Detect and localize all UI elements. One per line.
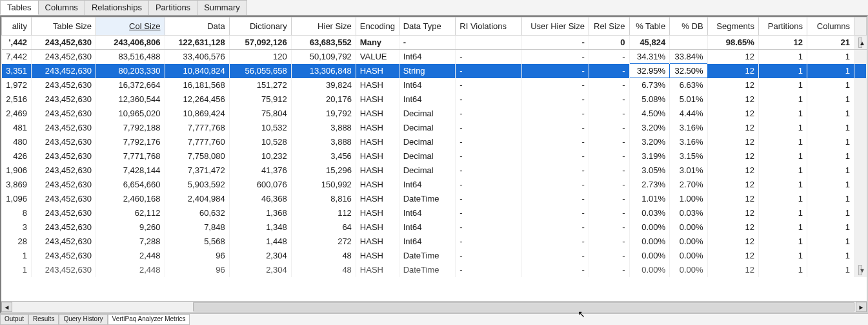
cell-rel_size: -	[589, 64, 629, 78]
hscroll-track[interactable]	[12, 302, 856, 312]
cell-segments: 12	[707, 50, 758, 64]
bottom-tab-results[interactable]: Results	[28, 314, 59, 325]
cell-encoding: HASH	[356, 220, 399, 235]
cell-partitions: 1	[758, 50, 807, 64]
cell-table_size: 243,452,630	[31, 149, 96, 163]
horizontal-scrollbar[interactable]: ◄ ►	[1, 301, 867, 312]
table-row[interactable]: 1,906243,452,6307,428,1447,371,47241,376…	[2, 163, 867, 178]
cell-partitions: 1	[758, 149, 807, 163]
column-header-table_size[interactable]: Table Size	[31, 17, 96, 36]
cell-user_hier_size: -	[521, 206, 589, 220]
column-header-ality[interactable]: ality	[2, 17, 32, 36]
column-header-ri_violations[interactable]: RI Violations	[456, 17, 521, 36]
column-header-pct_table[interactable]: % Table	[629, 17, 670, 36]
cell-ality: 1,972	[2, 78, 32, 92]
table-row[interactable]: 8243,452,63062,11260,6321,368112HASHInt6…	[2, 206, 867, 220]
top-tab-tables[interactable]: Tables	[0, 0, 39, 15]
column-header-encoding[interactable]: Encoding	[356, 17, 399, 36]
column-header-rel_size[interactable]: Rel Size	[589, 17, 629, 36]
cell-pct_table: 2.73%	[629, 178, 670, 192]
cell-encoding: HASH	[356, 92, 399, 107]
table-row[interactable]: 1,972243,452,63016,372,66416,181,568151,…	[2, 78, 867, 92]
table-row[interactable]: 481243,452,6307,792,1887,777,76810,5323,…	[2, 121, 867, 135]
cell-pct_db: 1.00%	[670, 192, 707, 206]
cell-encoding: HASH	[356, 192, 399, 206]
column-header-pct_db[interactable]: % DB	[670, 17, 707, 36]
top-tab-partitions[interactable]: Partitions	[148, 0, 197, 15]
table-row[interactable]: 1243,452,6302,448962,30448HASHDateTime--…	[2, 249, 867, 263]
cell-table_size: 243,452,630	[31, 121, 96, 135]
cell-partitions: 1	[758, 263, 807, 277]
table-row[interactable]: 2,516243,452,63012,360,54412,264,45675,9…	[2, 92, 867, 107]
scroll-up-arrow-icon[interactable]: ▲	[858, 37, 862, 48]
table-row[interactable]: 3,869243,452,6306,654,6605,903,592600,07…	[2, 178, 867, 192]
cell-ality: 28	[2, 235, 32, 249]
cell-segments: 12	[707, 249, 758, 263]
cell-dictionary: 120	[229, 50, 291, 64]
scroll-right-arrow-icon[interactable]: ►	[856, 302, 867, 312]
bottom-tab-query-history[interactable]: Query History	[59, 314, 107, 325]
table-row[interactable]: 1,096243,452,6302,460,1682,404,98446,368…	[2, 192, 867, 206]
cell-pct_table: 1.01%	[629, 192, 670, 206]
scroll-left-arrow-icon[interactable]: ◄	[1, 302, 12, 312]
table-row[interactable]: 3,351243,452,63080,203,33010,840,82456,0…	[2, 64, 867, 78]
cell-user_hier_size: -	[521, 107, 589, 121]
cell-pct_db: 0.00%	[670, 263, 707, 277]
table-row[interactable]: 480243,452,6307,792,1767,777,76010,5283,…	[2, 135, 867, 149]
cell-pct_db: 0.00%	[670, 249, 707, 263]
table-row[interactable]: ',442243,452,630243,406,806122,631,12857…	[2, 36, 867, 50]
column-header-partitions[interactable]: Partitions	[758, 17, 807, 36]
cell-data_type: String	[399, 64, 456, 78]
column-header-segments[interactable]: Segments	[707, 17, 758, 36]
cell-pct_table: 3.19%	[629, 149, 670, 163]
cell-data: 7,777,760	[165, 135, 229, 149]
cell-data: 10,869,424	[165, 107, 229, 121]
cell-columns_v: 1	[807, 50, 854, 64]
cell-encoding: HASH	[356, 263, 399, 277]
table-row[interactable]: 2,469243,452,63010,965,02010,869,42475,8…	[2, 107, 867, 121]
cell-data_type: DateTime	[399, 249, 456, 263]
column-header-data[interactable]: Data	[165, 17, 229, 36]
cell-ri_violations: -	[456, 135, 521, 149]
top-tab-columns[interactable]: Columns	[38, 0, 85, 15]
cell-ality: 2,469	[2, 107, 32, 121]
cell-rel_size: -	[589, 135, 629, 149]
cell-col_size: 83,516,488	[96, 50, 165, 64]
table-row[interactable]: 7,442243,452,63083,516,48833,406,5761205…	[2, 50, 867, 64]
cell-data_type: Decimal	[399, 163, 456, 178]
scroll-down-arrow-icon[interactable]: ▼	[858, 265, 862, 275]
column-header-hier_size[interactable]: Hier Size	[291, 17, 356, 36]
column-header-col_size[interactable]: Col Size	[96, 17, 165, 36]
table-row[interactable]: 28243,452,6307,2885,5681,448272HASHInt64…	[2, 235, 867, 249]
bottom-tab-output[interactable]: Output	[0, 314, 28, 325]
top-tab-relationships[interactable]: Relationships	[85, 0, 149, 15]
cell-partitions: 1	[758, 107, 807, 121]
cell-dictionary: 151,272	[229, 78, 291, 92]
cell-segments: 12	[707, 78, 758, 92]
column-header-user_hier_size[interactable]: User Hier Size	[521, 17, 589, 36]
cell-segments: 12	[707, 220, 758, 235]
cell-col_size: 2,448	[96, 263, 165, 277]
cell-pct_db: 0.03%	[670, 206, 707, 220]
column-header-dictionary[interactable]: Dictionary	[229, 17, 291, 36]
cell-table_size: 243,452,630	[31, 206, 96, 220]
table-row[interactable]: 1243,452,6302,448962,30448HASHDateTime--…	[2, 263, 867, 277]
cell-user_hier_size: -	[521, 263, 589, 277]
column-header-columns[interactable]: Columns	[807, 17, 854, 36]
cell-dictionary: 1,448	[229, 235, 291, 249]
bottom-tab-vertipaq-analyzer-metrics[interactable]: VertiPaq Analyzer Metrics	[108, 314, 190, 325]
cell-encoding: HASH	[356, 78, 399, 92]
cell-pct_table: 45,824	[629, 36, 670, 50]
cell-ality: 3	[2, 220, 32, 235]
cell-table_size: 243,452,630	[31, 263, 96, 277]
table-row[interactable]: 3243,452,6309,2607,8481,34864HASHInt64--…	[2, 220, 867, 235]
column-header-data_type[interactable]: Data Type	[399, 17, 456, 36]
cell-col_size: 243,406,806	[96, 36, 165, 50]
cell-ri_violations: -	[456, 235, 521, 249]
cell-columns_v: 1	[807, 92, 854, 107]
cell-dictionary: 1,368	[229, 206, 291, 220]
hscroll-thumb[interactable]	[193, 302, 854, 311]
table-row[interactable]: 426243,452,6307,771,7687,758,08010,2323,…	[2, 149, 867, 163]
top-tab-summary[interactable]: Summary	[197, 0, 247, 15]
cell-col_size: 12,360,544	[96, 92, 165, 107]
